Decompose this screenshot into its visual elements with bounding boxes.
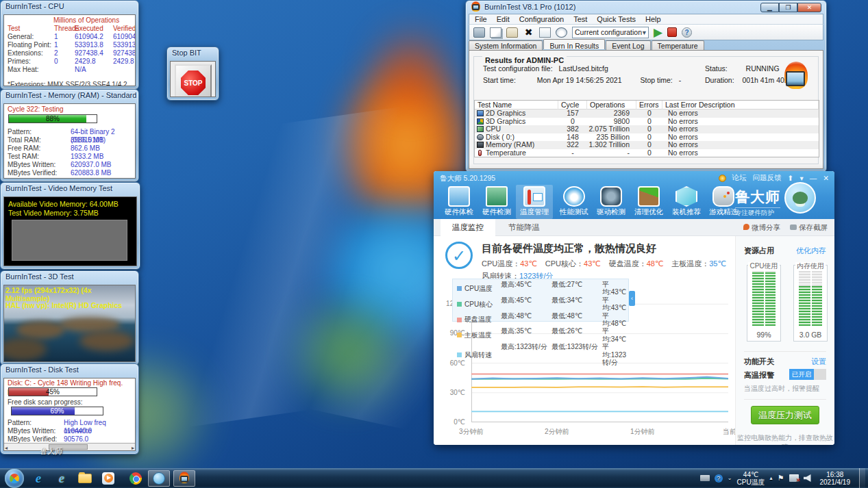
table-row[interactable]: Disk ( 0:) 148235 Billion0No errors xyxy=(475,133,819,142)
stat-row: Test RAM:1933.2 MB xyxy=(4,153,135,161)
tab-energy-cooling[interactable]: 节能降温 xyxy=(497,219,551,236)
tab-burn-in-results[interactable]: Burn In Results xyxy=(543,39,605,49)
system-tray: ? ⌄ 44℃CPU温度 ▴ ⚑ ✕ 16:382021/4/19 xyxy=(700,468,868,488)
feedback-link[interactable]: 问题反馈 xyxy=(753,173,782,183)
menu-quick-tests[interactable]: Quick Tests xyxy=(597,15,636,23)
legend-collapse-handle[interactable]: ‹ xyxy=(629,291,635,306)
menu-configuration[interactable]: Configuration xyxy=(519,15,564,23)
memory-usage-value: 3.0 GB xyxy=(794,331,827,339)
medal-icon[interactable] xyxy=(719,175,726,182)
volume-icon[interactable] xyxy=(804,474,811,482)
ludashi-header[interactable]: 鲁大师 5.20.1295 论坛 问题反馈 ⬆ ▾ — ✕ 硬件体检 硬件检测 xyxy=(434,171,834,219)
nav-hardware-detect[interactable]: 硬件检测 xyxy=(478,185,515,219)
disk-window-titlebar[interactable]: BurnInTest - Disk Test xyxy=(1,364,138,376)
weibo-share-link[interactable]: 微博分享 xyxy=(743,223,780,233)
tray-temperature[interactable]: 44℃CPU温度 xyxy=(736,471,765,486)
configuration-select[interactable]: Current configuration ▾ xyxy=(572,27,649,38)
log-icon[interactable] xyxy=(539,27,551,38)
taskbar-ludashi-icon[interactable] xyxy=(148,470,170,487)
forum-link[interactable]: 论坛 xyxy=(732,173,747,183)
table-row[interactable]: Memory (RAM) 3221.302 Trillion0No errors xyxy=(475,141,819,149)
memory-window-titlebar[interactable]: BurnInTest - Memory (RAM) - Standard xyxy=(1,90,138,101)
wallpaper-green-glow xyxy=(295,301,404,404)
tray-device-icon[interactable] xyxy=(700,475,710,481)
disk-progress-bar: 45% xyxy=(8,387,97,396)
chart-x-labels: 3分钟前2分钟前1分钟前当前 xyxy=(471,426,728,435)
tab-event-log[interactable]: Event Log xyxy=(606,40,650,51)
copy-icon[interactable] xyxy=(490,27,501,38)
minimize-button[interactable]: ▁ xyxy=(760,3,779,12)
tray-help-icon[interactable]: ? xyxy=(715,474,723,483)
settings-link[interactable]: 设置 xyxy=(811,357,826,367)
nav-performance-test[interactable]: 性能测试 xyxy=(556,185,593,219)
table-row[interactable]: 3D Graphics 098000No errors xyxy=(475,118,819,126)
stop-tests-button[interactable] xyxy=(667,27,677,37)
desktop-shortcut-ludashi[interactable]: 鲁大师 xyxy=(40,446,62,457)
thermometer-icon xyxy=(528,190,531,205)
taskbar-explorer-icon[interactable] xyxy=(76,471,94,486)
start-button[interactable] xyxy=(5,469,24,488)
y-tick: 0℃ xyxy=(454,418,465,426)
gauge-icon[interactable] xyxy=(556,27,567,38)
optimize-memory-link[interactable]: 优化内存 xyxy=(796,246,826,256)
menu-file[interactable]: File xyxy=(475,15,487,23)
skin-menu-icon[interactable]: ▾ xyxy=(799,174,803,182)
menu-edit[interactable]: Edit xyxy=(497,15,510,23)
table-row[interactable]: 2D Graphics 15723690No errors xyxy=(475,110,819,118)
help-icon[interactable]: ? xyxy=(682,27,692,38)
stopbit-titlebar[interactable]: Stop BIT xyxy=(167,47,219,59)
legend-row: CPU核心最高:45℃最低:34℃平均:43℃ xyxy=(453,296,628,312)
tab-temperature-monitor[interactable]: 温度监控 xyxy=(441,219,495,236)
nav-hardware-checkup[interactable]: 硬件体检 xyxy=(441,185,478,219)
nav-driver-detect[interactable]: 驱动检测 xyxy=(593,185,630,219)
legend-row: 硬盘温度最高:48℃最低:48℃平均:48℃ xyxy=(453,312,628,328)
taskbar-ie-icon[interactable]: e xyxy=(29,471,47,486)
show-desktop-button[interactable] xyxy=(859,468,865,488)
tray-overflow-caret[interactable]: ⌄ xyxy=(728,475,732,481)
scroll-right-arrow[interactable]: ▸ xyxy=(132,444,134,451)
taskbar-media-player-icon[interactable] xyxy=(99,471,117,486)
nav-build-recommend[interactable]: 装机推荐 xyxy=(668,185,705,219)
menu-test[interactable]: Test xyxy=(573,15,587,23)
horizontal-scrollbar[interactable]: ◂ ▸ xyxy=(4,443,135,450)
taskbar-ie2-icon[interactable]: e xyxy=(53,471,71,486)
scroll-left-arrow[interactable]: ◂ xyxy=(5,444,8,451)
island xyxy=(16,321,64,339)
cpu-core-value: 43℃ xyxy=(584,259,601,268)
menu-help[interactable]: Help xyxy=(645,15,661,23)
nav-cleanup-optimize[interactable]: 清理优化 xyxy=(630,185,667,219)
report-icon[interactable] xyxy=(473,27,485,38)
3d-window-titlebar[interactable]: BurnInTest - 3D Test xyxy=(1,271,138,283)
alarm-description: 当温度过高时，报警提醒 xyxy=(744,384,819,394)
tab-temperature[interactable]: Temperature xyxy=(652,40,704,51)
stat-row: Total RAM:3986.5 MB xyxy=(4,136,135,144)
video-window-titlebar[interactable]: BurnInTest - Video Memory Test xyxy=(1,183,140,194)
clock[interactable]: 16:382021/4/19 xyxy=(816,471,855,486)
save-screenshot-link[interactable]: 保存截屏 xyxy=(790,223,828,233)
maximize-button[interactable]: ❐ xyxy=(779,3,797,12)
share-icon[interactable]: ⬆ xyxy=(788,174,794,182)
tab-system-information[interactable]: System Information xyxy=(469,40,543,51)
network-icon[interactable]: ✕ xyxy=(789,474,799,482)
stat-row: Free RAM:862.6 MB xyxy=(4,144,135,153)
stat-row: Extensions:2927438.4927438.4 xyxy=(4,49,135,57)
delete-icon[interactable]: ✖ xyxy=(523,27,534,38)
nav-temperature-management[interactable]: 温度管理 xyxy=(516,185,553,219)
taskbar-chrome-icon[interactable] xyxy=(127,471,145,486)
temperature-stress-test-button[interactable]: 温度压力测试 xyxy=(751,406,819,424)
cpu-window-titlebar[interactable]: BurnInTest - CPU xyxy=(1,1,138,12)
table-row[interactable]: Temperature --0No errors xyxy=(475,149,819,157)
clipboard-icon[interactable] xyxy=(506,27,518,38)
ludashi-close-icon[interactable]: ✕ xyxy=(823,174,829,182)
col-test-name[interactable]: Test Name xyxy=(475,101,558,110)
close-button[interactable]: ✕ xyxy=(797,3,821,12)
table-row[interactable]: CPU 3822.075 Trillion0No errors xyxy=(475,125,819,133)
action-center-flag-icon[interactable]: ⚑ xyxy=(778,474,784,483)
start-tests-button[interactable]: ▶ xyxy=(654,27,662,38)
hidden-icons-arrow[interactable]: ▴ xyxy=(770,475,773,481)
alarm-toggle[interactable]: 已开启 xyxy=(789,369,826,380)
stop-bit-button[interactable]: STOP xyxy=(175,64,212,97)
disk-window-client: Disk: C: - Cycle 148 Writing High freq. … xyxy=(3,378,136,451)
ludashi-minimize-icon[interactable]: — xyxy=(810,174,817,182)
taskbar-burnintest-icon[interactable] xyxy=(173,470,195,487)
